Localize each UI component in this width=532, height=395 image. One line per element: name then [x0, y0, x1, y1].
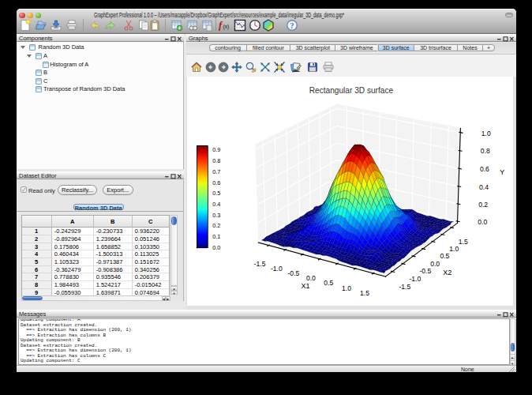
- svg-text:0.4: 0.4: [212, 201, 220, 208]
- svg-text:-1.5: -1.5: [254, 260, 266, 268]
- svg-text:0.6: 0.6: [480, 165, 489, 173]
- svg-text:-0.5: -0.5: [419, 267, 431, 275]
- svg-text:0.3: 0.3: [212, 212, 220, 219]
- svg-text:0.5: 0.5: [324, 279, 333, 287]
- svg-text:0.1: 0.1: [212, 233, 220, 240]
- svg-text:0.6: 0.6: [212, 179, 220, 186]
- svg-text:0.5: 0.5: [440, 252, 449, 260]
- svg-text:0.9: 0.9: [212, 146, 220, 153]
- svg-text:1.5: 1.5: [360, 289, 369, 297]
- svg-text:X1: X1: [301, 282, 309, 290]
- svg-text:Y: Y: [500, 168, 504, 176]
- svg-text:0.8: 0.8: [212, 157, 220, 164]
- svg-text:0.0: 0.0: [212, 244, 220, 251]
- svg-text:1.0: 1.0: [481, 130, 491, 137]
- svg-text:0.5: 0.5: [212, 190, 220, 197]
- svg-text:(x): (x): [223, 24, 230, 30]
- svg-text:0.0: 0.0: [430, 260, 440, 268]
- svg-text:1.0: 1.0: [342, 284, 351, 292]
- svg-text:0.2: 0.2: [478, 201, 488, 209]
- svg-text:1.0: 1.0: [449, 245, 459, 253]
- svg-text:1.5: 1.5: [459, 238, 468, 246]
- svg-text:?: ?: [290, 21, 294, 30]
- svg-text:-0.5: -0.5: [287, 269, 299, 277]
- svg-text:0.2: 0.2: [212, 222, 220, 229]
- svg-text:0.4: 0.4: [479, 183, 489, 191]
- svg-text:Rectangular 3D surface: Rectangular 3D surface: [309, 86, 394, 95]
- svg-text:X2: X2: [443, 269, 451, 276]
- svg-text:0.7: 0.7: [212, 168, 220, 175]
- svg-text:0.8: 0.8: [481, 147, 490, 155]
- svg-text:0.0: 0.0: [306, 274, 316, 282]
- svg-text:-1.5: -1.5: [399, 283, 410, 291]
- svg-text:-1.0: -1.0: [409, 275, 421, 283]
- svg-text:0.0: 0.0: [478, 218, 487, 226]
- svg-text:-1.0: -1.0: [271, 265, 283, 273]
